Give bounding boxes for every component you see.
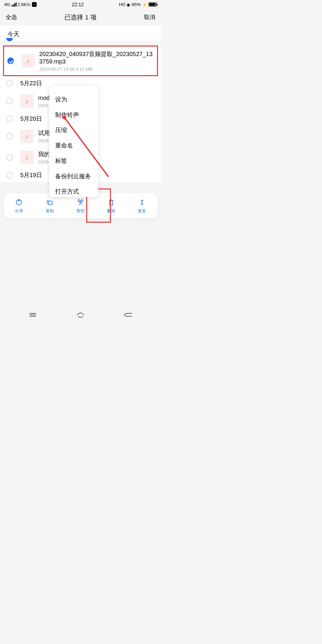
popup-open-with[interactable]: 打开方式 <box>49 184 98 196</box>
nav-back-button[interactable] <box>122 312 134 318</box>
audio-file-icon: ♪ <box>20 130 34 143</box>
wifi-icon: ◉ <box>126 2 130 7</box>
popup-tags[interactable]: 标签 <box>49 153 98 169</box>
svg-point-6 <box>141 203 143 205</box>
file-row-selected[interactable]: ♪ 20230420_040937音频提取_20230527_133759.mp… <box>3 46 158 76</box>
checkbox[interactable] <box>6 115 13 122</box>
popup-set-as[interactable]: 设为 <box>49 92 98 107</box>
delete-button[interactable]: 删除 <box>96 193 127 219</box>
checkbox[interactable] <box>6 98 13 104</box>
system-nav-bar <box>0 308 161 322</box>
svg-point-5 <box>141 200 143 202</box>
checkbox[interactable] <box>6 154 13 161</box>
checkbox[interactable] <box>6 80 13 86</box>
file-name: 20230420_040937音频提取_20230527_133759.mp3 <box>39 50 155 65</box>
cut-label: 剪切 <box>76 208 85 214</box>
nav-recents-button[interactable] <box>27 312 39 318</box>
file-info: 2023-05-27 13:38 3.12 MB <box>39 66 155 72</box>
checkbox-checked[interactable] <box>7 58 14 64</box>
more-icon <box>138 198 146 207</box>
svg-rect-2 <box>49 201 52 205</box>
audio-file-icon: ♪ <box>20 151 34 164</box>
date-label: 5月22日 <box>20 79 42 88</box>
previous-item-peek <box>6 38 13 41</box>
cancel-button[interactable]: 取消 <box>144 13 155 21</box>
network-speed: 2.6K/s <box>18 2 30 7</box>
popup-rename[interactable]: 重命名 <box>49 138 98 153</box>
selection-app-bar: 全选 已选择 1 项 取消 <box>0 9 161 25</box>
date-label: 5月20日 <box>20 114 42 123</box>
popup-compress[interactable]: 压缩 <box>49 123 98 138</box>
battery-icon <box>148 2 157 7</box>
status-bar: 4G 2.6K/s 〰 22:12 HD ◉ 85% ⚡ <box>0 0 161 9</box>
more-label: 更多 <box>138 208 146 214</box>
date-label: 5月19日 <box>20 171 42 179</box>
more-button[interactable]: 更多 <box>127 193 157 219</box>
popup-make-ringtone[interactable]: 制作铃声 <box>49 107 98 123</box>
trash-icon <box>107 198 116 207</box>
share-icon <box>15 198 23 207</box>
charging-icon: ⚡ <box>142 2 148 7</box>
audio-file-icon: ♪ <box>21 54 35 68</box>
cut-icon <box>76 198 85 207</box>
copy-icon <box>45 198 54 207</box>
copy-label: 复制 <box>46 208 54 214</box>
clock: 22:12 <box>37 2 119 7</box>
delete-label: 删除 <box>107 208 115 214</box>
select-all-button[interactable]: 全选 <box>6 13 17 21</box>
battery-percentage: 85% <box>131 2 140 7</box>
nav-home-button[interactable] <box>75 312 86 318</box>
signal-icon <box>12 2 17 7</box>
more-options-popup: 设为 制作铃声 压缩 重命名 标签 备份到云服务 打开方式 <box>49 86 98 197</box>
app-badge-icon: 〰 <box>32 2 37 7</box>
checkbox[interactable] <box>6 172 13 178</box>
network-type: 4G <box>4 2 10 7</box>
section-header-today: 今天 <box>0 25 161 41</box>
checkbox[interactable] <box>6 133 13 140</box>
selection-title: 已选择 1 项 <box>64 13 96 21</box>
popup-backup-cloud[interactable]: 备份到云服务 <box>49 168 98 184</box>
share-label: 分享 <box>15 208 23 214</box>
share-button[interactable]: 分享 <box>4 193 34 219</box>
audio-file-icon: ♪ <box>20 94 34 108</box>
hd-indicator: HD <box>119 2 126 7</box>
